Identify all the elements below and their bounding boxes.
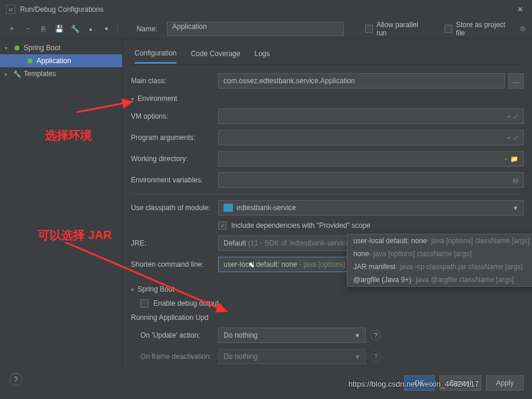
jre-label: JRE:: [131, 239, 218, 247]
add-icon[interactable]: ＋: [6, 22, 18, 35]
running-update-label: Running Application Upd: [131, 313, 524, 322]
copy-icon[interactable]: ⎘: [37, 22, 50, 35]
dropdown-option-default[interactable]: user-local default: none - java [options…: [347, 234, 532, 247]
dropdown-option-argfile[interactable]: @argfile (Java 9+) - java @argfile class…: [347, 273, 532, 286]
window-title: Run/Debug Configurations: [20, 5, 514, 14]
checkbox-icon: [365, 25, 373, 33]
spring-icon: ⬢: [13, 44, 21, 52]
expand-icon[interactable]: ⤢: [513, 134, 518, 142]
dropdown-option-jar[interactable]: JAR manifest - java -cp classpath.jar cl…: [347, 260, 532, 273]
update-action-select[interactable]: Do nothing▼: [218, 328, 366, 343]
plus-icon[interactable]: +: [507, 134, 511, 142]
vm-options-label: VM options:: [131, 112, 218, 120]
wrench-icon: 🔧: [13, 70, 21, 78]
env-vars-label: Environment variables:: [131, 176, 218, 184]
cancel-button[interactable]: Cancel: [439, 375, 481, 391]
folder-icon[interactable]: 📁: [510, 155, 518, 163]
gear-icon[interactable]: ⚙: [520, 25, 526, 33]
main-class-label: Main class:: [131, 77, 218, 85]
down-icon[interactable]: ▼: [100, 22, 113, 35]
help-button[interactable]: ?: [9, 373, 22, 386]
list-icon[interactable]: ▤: [513, 176, 518, 184]
program-args-input[interactable]: +⤢: [218, 130, 524, 145]
ok-button[interactable]: OK: [404, 375, 434, 391]
tab-logs[interactable]: Logs: [254, 45, 270, 63]
help-icon[interactable]: ?: [370, 330, 381, 341]
tree-templates[interactable]: 🔧 Templates: [0, 67, 122, 80]
apply-button[interactable]: Apply: [486, 375, 524, 391]
tab-configuration[interactable]: Configuration: [134, 44, 176, 64]
include-deps-checkbox[interactable]: ✓: [218, 221, 226, 230]
main-class-input[interactable]: com.ossez.edtestbank.service.Application: [218, 73, 505, 89]
plus-icon[interactable]: +: [507, 113, 511, 120]
config-panel: Configuration Code Coverage Logs Main cl…: [123, 39, 532, 369]
wrench-icon[interactable]: 🔧: [69, 22, 81, 35]
program-args-label: Program arguments:: [131, 133, 218, 142]
tree-spring-boot[interactable]: ⬢ Spring Boot: [0, 41, 122, 54]
tree-application[interactable]: ⬢ Application: [0, 54, 122, 67]
app-icon: IJ: [6, 5, 15, 14]
vm-options-input[interactable]: +⤢: [218, 109, 524, 124]
main-area: ⬢ Spring Boot ⬢ Application 🔧 Templates …: [0, 39, 532, 369]
classpath-label: Use classpath of module:: [131, 204, 218, 212]
name-input[interactable]: Application: [167, 22, 344, 36]
frame-deactivation-select[interactable]: Do nothing▼: [218, 349, 366, 364]
tab-code-coverage[interactable]: Code Coverage: [191, 45, 240, 63]
shorten-cmd-label: Shorten command line:: [131, 260, 218, 269]
titlebar: IJ Run/Debug Configurations ✕: [0, 0, 532, 19]
name-label: Name:: [137, 25, 157, 33]
dialog-buttons: OK Cancel Apply: [404, 375, 524, 391]
help-icon[interactable]: ?: [370, 351, 381, 362]
enable-debug-checkbox[interactable]: [140, 299, 149, 308]
config-form: Main class: com.ossez.edtestbank.service…: [131, 65, 524, 364]
toolbar-separator: [117, 24, 118, 34]
save-icon[interactable]: 💾: [53, 22, 65, 35]
toolbar: ＋ － ⎘ 💾 🔧 ▲ ▼ Name: Application Allow pa…: [0, 19, 532, 39]
spring-icon: ⬢: [26, 57, 34, 65]
env-section-header[interactable]: Environment: [131, 94, 524, 103]
config-tree: ⬢ Spring Boot ⬢ Application 🔧 Templates: [0, 39, 123, 369]
enable-debug-label: Enable debug output: [153, 299, 219, 308]
divider: [131, 194, 524, 194]
module-icon: [224, 204, 233, 212]
browse-class-button[interactable]: …: [508, 73, 524, 89]
classpath-select[interactable]: edtestbank-service ▼: [218, 200, 524, 215]
working-dir-input[interactable]: +📁: [218, 151, 524, 166]
working-dir-label: Working directory:: [131, 155, 218, 163]
expand-icon[interactable]: ⤢: [513, 113, 518, 120]
env-vars-input[interactable]: ▤: [218, 172, 524, 188]
plus-icon[interactable]: +: [504, 155, 508, 163]
checkbox-icon: [445, 25, 452, 33]
up-icon[interactable]: ▲: [84, 22, 97, 35]
frame-deactivation-label: On frame deactivation:: [140, 352, 218, 361]
allow-parallel-check[interactable]: Allow parallel run: [365, 21, 427, 37]
close-icon[interactable]: ✕: [514, 4, 526, 15]
tab-bar: Configuration Code Coverage Logs: [131, 42, 524, 65]
store-project-check[interactable]: Store as project file: [445, 21, 513, 37]
update-action-label: On 'Update' action:: [140, 331, 218, 339]
shorten-cmd-dropdown: user-local default: none - java [options…: [347, 234, 532, 287]
dropdown-option-none[interactable]: none - java [options] className [args]: [347, 247, 532, 260]
remove-icon[interactable]: －: [22, 22, 34, 35]
include-deps-label: Include dependencies with "Provided" sco…: [231, 221, 370, 230]
